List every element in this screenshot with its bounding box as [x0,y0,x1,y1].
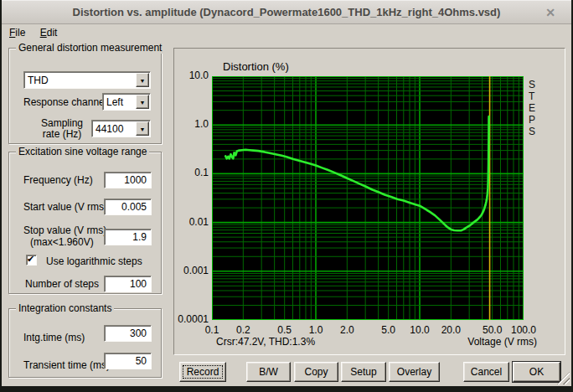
measurement-value: THD [28,75,49,86]
y-tick-label: 0.01 [174,216,209,228]
response-channel-value: Left [106,96,123,108]
log-steps-label: Use logarithmic steps [46,255,142,267]
x-tick-label: 100.0 [511,324,536,336]
y-tick-label: 1.0 [174,118,209,130]
setup-button[interactable]: Setup [341,362,386,382]
group-title: Excitation sine voltage range [16,146,149,157]
group-title: General distortion measurement [16,42,164,54]
transient-time-input[interactable]: 50 [104,353,152,369]
dialog-window: Distortion vs. amplitude (Dynacord_Power… [2,0,571,386]
ok-button[interactable]: OK [513,362,560,382]
x-tick-label: 1.0 [309,324,323,336]
measurement-dropdown-button[interactable]: ▼ [136,73,149,87]
x-axis-title: Voltage (V rms) [467,336,537,348]
y-tick-label: 0.1 [174,167,209,178]
number-of-steps-label: Number of steps [25,278,99,290]
x-tick-label: 0.1 [205,324,219,336]
bw-button[interactable]: B/W [246,362,291,382]
sampling-rate-dropdown-button[interactable]: ▼ [136,121,149,136]
measurement-select[interactable]: THD ▼ [23,71,151,89]
intg-time-input[interactable]: 300 [104,325,152,342]
close-button[interactable]: ✕ [541,1,560,24]
group-integration: Integration constants Intg.time (ms) 300… [8,308,162,378]
copy-button[interactable]: Copy [294,362,338,382]
sampling-rate-value: 44100 [96,123,123,135]
group-excitation: Excitation sine voltage range Frequency … [8,152,162,294]
stop-value-max-label: (max<1.960V) [30,236,94,248]
x-tick-label: 2.0 [340,324,354,336]
checkmark-icon: ✔ [27,254,34,265]
response-channel-select[interactable]: Left ▼ [102,93,151,111]
chevron-down-icon: ▼ [140,126,146,132]
menu-bar: File Edit [2,25,571,42]
frequency-label: Frequency (Hz) [23,174,93,186]
window-title: Distortion vs. amplitude (Dynacord_Power… [2,1,571,24]
overlay-button[interactable]: Overlay [389,362,440,382]
x-tick-label: 50.0 [483,324,502,336]
close-icon: ✕ [545,6,555,19]
menu-edit[interactable]: Edit [34,25,64,40]
log-steps-checkbox[interactable]: ✔ [26,255,37,266]
transient-time-label: Transient time (ms) [23,359,110,371]
start-value-input[interactable]: 0.005 [104,199,152,215]
group-general-distortion: General distortion measurement THD ▼ Res… [8,48,162,144]
steps-axis-label: STEPS [529,79,538,137]
record-button[interactable]: Record [179,362,226,382]
plot-title: Distortion (%) [223,60,289,73]
intg-time-label: Intg.time (ms) [23,332,85,343]
distortion-plot[interactable] [212,76,524,320]
cancel-button[interactable]: Cancel [463,362,509,382]
cursor-readout: Crsr:47.2V, THD:1.3% [216,336,315,348]
chart-panel: Distortion (%) STEPS Crsr:47.2V, THD:1.3… [173,48,565,355]
response-channel-label: Response channel [23,96,106,108]
y-tick-label: 0.001 [174,265,209,276]
title-bar[interactable]: Distortion vs. amplitude (Dynacord_Power… [2,0,571,24]
x-tick-label: 20.0 [441,324,461,336]
chevron-down-icon: ▼ [140,78,146,84]
menu-file[interactable]: File [3,25,31,40]
response-channel-dropdown-button[interactable]: ▼ [136,95,149,109]
y-tick-label: 10.0 [174,70,209,81]
stop-value-input[interactable]: 1.9 [104,229,152,245]
y-tick-label: 0.0001 [174,313,209,325]
x-tick-label: 5.0 [381,324,395,336]
stop-value-label: Stop value (V rms) [23,224,106,236]
number-of-steps-input[interactable]: 100 [104,276,152,292]
sampling-rate-select[interactable]: 44100 ▼ [91,120,151,137]
distortion-plot-svg [212,76,524,320]
x-tick-label: 0.2 [236,324,250,336]
frequency-input[interactable]: 1000 [104,172,152,188]
x-tick-label: 10.0 [410,324,429,336]
group-title: Integration constants [16,302,114,314]
sampling-rate-label: Samplingrate (Hz) [34,118,90,140]
chevron-down-icon: ▼ [140,100,146,106]
start-value-label: Start value (V rms) [23,201,107,213]
x-tick-label: 0.5 [277,324,292,336]
